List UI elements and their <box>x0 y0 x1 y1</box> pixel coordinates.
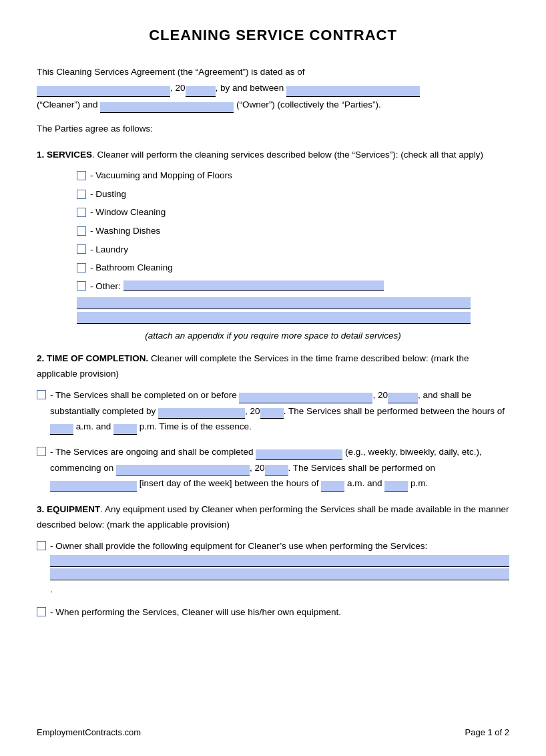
substantial-date-field[interactable] <box>158 408 245 419</box>
equipment-field-1[interactable] <box>50 555 509 567</box>
year-field[interactable] <box>186 86 216 97</box>
intro-block: This Cleaning Services Agreement (the “A… <box>37 64 509 113</box>
cleaner-label: (“Cleaner”) and <box>37 100 98 110</box>
service-label-vacuuming: - Vacuuming and Mopping of Floors <box>90 168 232 183</box>
substantial-year-field[interactable] <box>260 408 284 419</box>
extra-line-1[interactable] <box>77 297 471 309</box>
checkbox-dusting[interactable] <box>77 190 86 199</box>
completion-date-field[interactable] <box>239 393 372 403</box>
provision2-1-text: - The Services shall be completed on or … <box>50 387 509 435</box>
checkbox-dishes[interactable] <box>77 226 86 236</box>
footer-right: Page 1 of 2 <box>465 727 510 737</box>
page-title: CLEANING SERVICE CONTRACT <box>37 27 509 44</box>
provision3-1: - Owner shall provide the following equi… <box>37 538 509 598</box>
service-label-windows: - Window Cleaning <box>90 205 166 220</box>
commence-date-field[interactable] <box>116 465 250 476</box>
end-pm2-field[interactable] <box>384 481 408 492</box>
equipment-field-2[interactable] <box>50 568 509 580</box>
provision2-2-text: - The Services are ongoing and shall be … <box>50 444 509 492</box>
checkbox-bathroom[interactable] <box>77 263 86 272</box>
intro-line1: This Cleaning Services Agreement (the “A… <box>37 67 304 77</box>
extra-line-2[interactable] <box>77 312 471 324</box>
completion-year-field[interactable] <box>388 393 418 403</box>
provision3-2-text: - When performing the Services, Cleaner … <box>50 604 509 620</box>
checkbox-other[interactable] <box>77 281 86 291</box>
date-field[interactable] <box>37 86 170 97</box>
service-label-dusting: - Dusting <box>90 187 126 202</box>
services-list: - Vacuuming and Mopping of Floors - Dust… <box>77 168 509 293</box>
service-item-vacuuming: - Vacuuming and Mopping of Floors <box>77 168 509 183</box>
start-am-field[interactable] <box>50 424 73 435</box>
owner-label: (“Owner”) (collectively the “Parties”). <box>236 100 381 110</box>
start-am2-field[interactable] <box>321 481 344 492</box>
checkbox-laundry[interactable] <box>77 244 86 254</box>
service-item-windows: - Window Cleaning <box>77 205 509 220</box>
footer: EmploymentContracts.com Page 1 of 2 <box>37 727 509 737</box>
service-label-dishes: - Washing Dishes <box>90 224 160 238</box>
agree-text: The Parties agree as follows: <box>37 121 509 137</box>
section1-heading: 1. SERVICES. Cleaner will perform the cl… <box>37 148 509 163</box>
page: CLEANING SERVICE CONTRACT This Cleaning … <box>0 0 546 756</box>
appendix-note: (attach an appendix if you require more … <box>37 331 509 341</box>
extra-lines <box>77 297 509 324</box>
day-field[interactable] <box>50 481 137 492</box>
provision2-2: - The Services are ongoing and shall be … <box>37 444 509 492</box>
service-item-dusting: - Dusting <box>77 187 509 202</box>
footer-left: EmploymentContracts.com <box>37 727 141 737</box>
service-item-bathroom: - Bathroom Cleaning <box>77 260 509 275</box>
provision2-1: - The Services shall be completed on or … <box>37 387 509 435</box>
service-item-dishes: - Washing Dishes <box>77 224 509 238</box>
checkbox-vacuuming[interactable] <box>77 171 86 180</box>
provision3-1-text: - Owner shall provide the following equi… <box>50 538 509 598</box>
other-field[interactable] <box>123 280 384 291</box>
end-pm-field[interactable] <box>113 424 137 435</box>
provision3-2: - When performing the Services, Cleaner … <box>37 604 509 620</box>
checkbox-provision3-2[interactable] <box>37 607 46 616</box>
owner-field[interactable] <box>100 102 234 113</box>
service-label-other: - Other: <box>90 279 121 294</box>
section3-heading: 3. EQUIPMENT. Any equipment used by Clea… <box>37 502 509 533</box>
frequency-field[interactable] <box>256 449 342 460</box>
checkbox-provision2-1[interactable] <box>37 390 46 399</box>
commence-year-field[interactable] <box>265 465 288 476</box>
service-item-other: - Other: <box>77 279 509 294</box>
service-label-bathroom: - Bathroom Cleaning <box>90 260 173 275</box>
service-item-laundry: - Laundry <box>77 242 509 257</box>
checkbox-windows[interactable] <box>77 208 86 217</box>
section2-heading: 2. TIME OF COMPLETION. Cleaner will comp… <box>37 351 509 382</box>
service-label-laundry: - Laundry <box>90 242 128 257</box>
checkbox-provision3-1[interactable] <box>37 541 46 550</box>
party1-field[interactable] <box>286 86 420 97</box>
checkbox-provision2-2[interactable] <box>37 447 46 456</box>
